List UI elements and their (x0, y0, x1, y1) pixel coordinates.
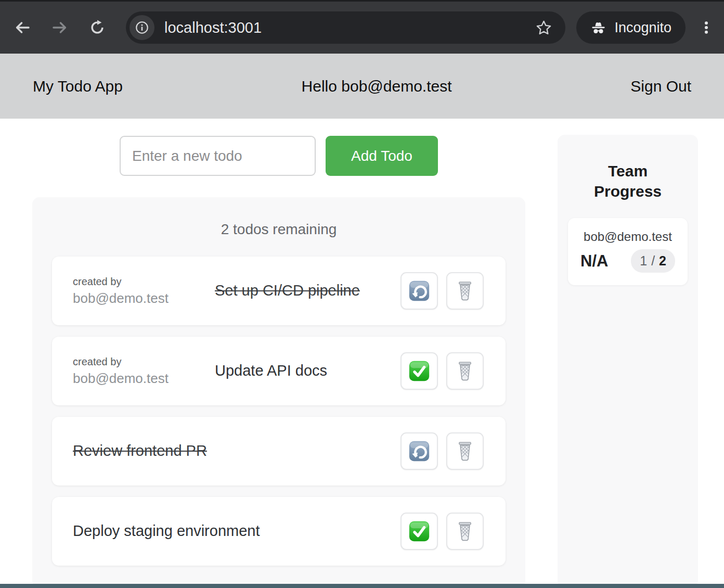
todo-item: created by bob@demo.test Update API docs (52, 337, 506, 405)
progress-done: 1 (640, 253, 647, 269)
kebab-menu-icon (699, 20, 714, 35)
new-todo-input[interactable] (120, 136, 316, 176)
todo-actions (400, 272, 484, 310)
app-title: My Todo App (33, 78, 123, 95)
page-info-button[interactable] (130, 15, 154, 40)
team-progress-title: Team Progress (558, 135, 698, 201)
complete-todo-button[interactable] (400, 513, 438, 550)
main-content: Add Todo 2 todos remaining created by bo… (0, 119, 724, 588)
created-by-label: created by (73, 356, 215, 368)
member-stats-row: N/A 1 / 2 (568, 249, 688, 273)
sign-out-button[interactable]: Sign Out (630, 78, 691, 95)
incognito-badge: Incognito (576, 11, 686, 44)
todo-column: Add Todo 2 todos remaining created by bo… (32, 119, 525, 588)
team-progress-panel: Team Progress bob@demo.test N/A 1 / 2 (558, 135, 698, 588)
progress-separator: / (651, 253, 655, 269)
member-progress-badge: 1 / 2 (631, 249, 675, 273)
todo-actions (400, 513, 484, 550)
bottom-edge-bar (0, 584, 724, 588)
todo-item: Deploy staging environment (52, 497, 506, 566)
incognito-icon (590, 20, 606, 36)
todo-creator: created by bob@demo.test (73, 276, 215, 306)
undo-icon (407, 439, 431, 463)
todo-title: Deploy staging environment (73, 521, 400, 541)
incognito-label: Incognito (614, 20, 671, 36)
reload-icon (89, 19, 106, 36)
add-todo-button[interactable]: Add Todo (326, 136, 438, 176)
todo-title: Set up CI/CD pipeline (215, 281, 363, 301)
created-by-label: created by (73, 276, 215, 288)
address-bar[interactable]: localhost:3001 (126, 11, 565, 44)
todo-item: Review frontend PR (52, 417, 506, 485)
progress-total: 2 (659, 253, 666, 269)
trash-icon (453, 439, 477, 463)
creator-email: bob@demo.test (73, 290, 215, 306)
forward-button[interactable] (48, 16, 72, 40)
todos-remaining-text: 2 todos remaining (32, 197, 525, 257)
todo-item: created by bob@demo.test Set up CI/CD pi… (52, 257, 506, 325)
page-info-icon (134, 20, 150, 35)
member-label: N/A (580, 252, 608, 271)
check-icon (407, 359, 431, 383)
reload-button[interactable] (85, 16, 109, 40)
delete-todo-button[interactable] (446, 432, 484, 470)
todo-title: Update API docs (215, 361, 363, 381)
undo-todo-button[interactable] (400, 432, 438, 470)
delete-todo-button[interactable] (446, 352, 484, 390)
add-todo-row: Add Todo (32, 136, 525, 176)
browser-window: localhost:3001 Incognito My Todo App Hel… (0, 0, 724, 588)
undo-icon (407, 279, 431, 303)
todo-list-panel: 2 todos remaining created by bob@demo.te… (32, 197, 525, 588)
bookmark-button[interactable] (532, 16, 555, 39)
url-text[interactable]: localhost:3001 (164, 19, 532, 36)
browser-menu-button[interactable] (695, 12, 718, 43)
trash-icon (453, 279, 477, 303)
trash-icon (453, 519, 477, 543)
app-header: My Todo App Hello bob@demo.test Sign Out (0, 54, 724, 119)
complete-todo-button[interactable] (400, 352, 438, 390)
trash-icon (453, 359, 477, 383)
back-button[interactable] (10, 16, 34, 40)
delete-todo-button[interactable] (446, 272, 484, 310)
team-member-card: bob@demo.test N/A 1 / 2 (568, 218, 688, 285)
back-arrow-icon (14, 19, 31, 36)
todo-title: Review frontend PR (73, 441, 400, 461)
todo-actions (400, 432, 484, 470)
todo-actions (400, 352, 484, 390)
delete-todo-button[interactable] (446, 513, 484, 550)
browser-toolbar: localhost:3001 Incognito (0, 0, 724, 54)
greeting-text: Hello bob@demo.test (302, 78, 452, 95)
creator-email: bob@demo.test (73, 370, 215, 387)
todo-creator: created by bob@demo.test (73, 356, 215, 387)
forward-arrow-icon (51, 19, 69, 36)
member-email: bob@demo.test (568, 229, 688, 244)
check-icon (407, 519, 431, 543)
undo-todo-button[interactable] (400, 272, 438, 310)
bookmark-star-icon (535, 19, 552, 36)
